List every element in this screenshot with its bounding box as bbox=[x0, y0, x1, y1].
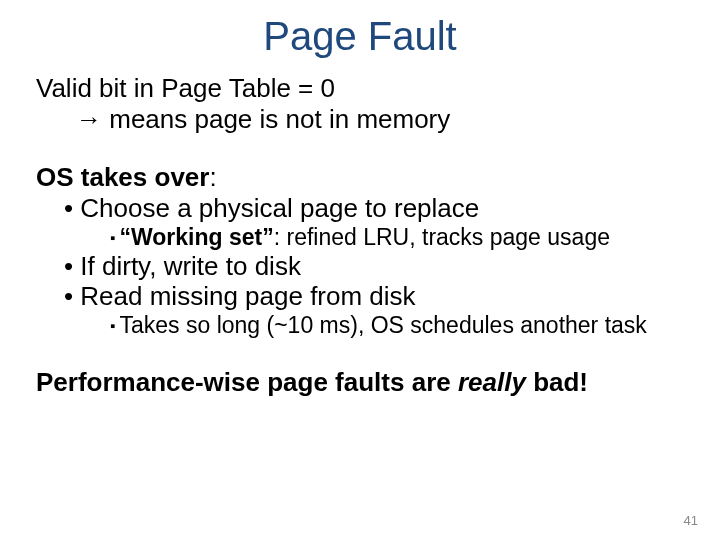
bullet-list-2: If dirty, write to disk Read missing pag… bbox=[36, 251, 684, 312]
slide-body: Valid bit in Page Table = 0 → means page… bbox=[36, 73, 684, 398]
os-takes-over-bold: OS takes over bbox=[36, 162, 209, 192]
subbullet-list-1: “Working set”: refined LRU, tracks page … bbox=[36, 224, 684, 251]
subbullet-list-2: Takes so long (~10 ms), OS schedules ano… bbox=[36, 312, 684, 339]
subbullet-working-set: “Working set”: refined LRU, tracks page … bbox=[110, 224, 684, 251]
working-set-rest: : refined LRU, tracks page usage bbox=[274, 224, 610, 250]
spacer-2 bbox=[36, 339, 684, 367]
slide-title: Page Fault bbox=[36, 14, 684, 59]
perf-c: bad! bbox=[526, 367, 588, 397]
working-set-bold: “Working set” bbox=[120, 224, 274, 250]
bullet-list-1: Choose a physical page to replace bbox=[36, 193, 684, 224]
spacer bbox=[36, 134, 684, 162]
slide: Page Fault Valid bit in Page Table = 0 →… bbox=[0, 0, 720, 540]
line-valid-bit: Valid bit in Page Table = 0 bbox=[36, 73, 684, 104]
bullet-choose-page: Choose a physical page to replace bbox=[64, 193, 684, 224]
colon: : bbox=[209, 162, 216, 192]
os-takes-over: OS takes over: bbox=[36, 162, 684, 193]
bullet-read-missing: Read missing page from disk bbox=[64, 281, 684, 312]
bullet-if-dirty: If dirty, write to disk bbox=[64, 251, 684, 282]
line-means: → means page is not in memory bbox=[36, 104, 684, 135]
perf-really: really bbox=[458, 367, 526, 397]
performance-line: Performance-wise page faults are really … bbox=[36, 367, 684, 398]
subbullet-takes-long: Takes so long (~10 ms), OS schedules ano… bbox=[110, 312, 684, 339]
page-number: 41 bbox=[684, 513, 698, 528]
perf-a: Performance-wise page faults are bbox=[36, 367, 458, 397]
